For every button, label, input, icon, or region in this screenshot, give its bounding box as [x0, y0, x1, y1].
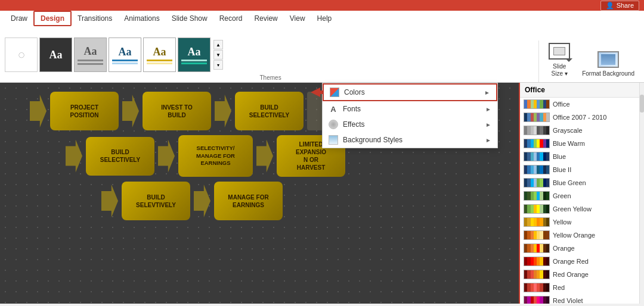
menu-review[interactable]: Review	[248, 12, 283, 25]
menu-record[interactable]: Record	[213, 12, 249, 25]
theme-name-10: Yellow Orange	[553, 232, 595, 239]
theme-name-9: Yellow	[553, 218, 571, 226]
theme-item-14[interactable]: Red	[520, 281, 644, 294]
themes-scroll-down[interactable]: ▼	[213, 50, 223, 60]
theme-item-9[interactable]: Yellow	[520, 216, 644, 229]
dropdown-fonts-item[interactable]: A Fonts ►	[323, 101, 497, 117]
theme-item-15[interactable]: Red Violet	[520, 294, 644, 304]
theme-2[interactable]: Aa	[74, 38, 107, 72]
fonts-label: Fonts	[343, 105, 485, 113]
menu-design[interactable]: Design	[33, 11, 72, 26]
theme-name-12: Orange Red	[553, 258, 589, 265]
shape-project-position[interactable]: PROJECTPOSITION	[50, 92, 119, 130]
svg-marker-0	[311, 88, 324, 97]
themes-label: Themes	[5, 74, 536, 82]
fonts-arrow: ►	[485, 106, 491, 113]
shape-manage-for-earnings[interactable]: MANAGE FOREARNINGS	[214, 182, 283, 220]
theme-item-7[interactable]: Green	[520, 189, 644, 202]
share-button[interactable]: 👤 Share	[600, 1, 639, 11]
theme-item-11[interactable]: Orange	[520, 242, 644, 255]
theme-item-13[interactable]: Red Orange	[520, 268, 644, 281]
theme-name-1: Office 2007 - 2010	[553, 114, 606, 121]
colors-label: Colors	[344, 88, 484, 96]
swatch-8	[524, 204, 550, 214]
theme-item-5[interactable]: Blue II	[520, 163, 644, 176]
main-area: PROJECTPOSITION INVEST TOBUILD BUILDSELE…	[0, 83, 644, 304]
ribbon: ◯ Aa Aa Aa Aa	[0, 26, 644, 83]
format-background-button[interactable]: Format Background	[577, 49, 639, 80]
background-styles-icon	[329, 135, 338, 145]
theme-item-1[interactable]: Office 2007 - 2010	[520, 111, 644, 124]
swatch-11	[524, 243, 550, 253]
themes-scroll-up[interactable]: ▲	[213, 40, 223, 49]
swatch-9	[524, 217, 550, 227]
theme-blank[interactable]: ◯	[5, 38, 38, 72]
colors-dropdown: Colors ► A Fonts ► Effects ► Background …	[322, 83, 498, 148]
share-label: Share	[617, 2, 634, 9]
swatch-1	[524, 113, 550, 122]
shape-build-selectively-1[interactable]: BUILDSELECTIVELY	[235, 92, 304, 130]
theme-1[interactable]: Aa	[39, 38, 72, 72]
theme-item-10[interactable]: Yellow Orange	[520, 229, 644, 242]
swatch-3	[524, 139, 550, 148]
menu-draw[interactable]: Draw	[5, 12, 33, 25]
theme-name-5: Blue II	[553, 166, 571, 173]
theme-item-3[interactable]: Blue Warm	[520, 137, 644, 150]
effects-label: Effects	[343, 120, 485, 129]
theme-4[interactable]: Aa	[143, 38, 176, 72]
menu-bar: Draw Design Transitions Animations Slide…	[0, 11, 644, 26]
background-styles-label: Background Styles	[343, 136, 485, 144]
effects-arrow: ►	[485, 121, 491, 128]
swatch-13	[524, 270, 550, 279]
shape-selectivity-manage[interactable]: SELECTIVITY/MANAGE FOREARNINGS	[178, 135, 253, 177]
colors-arrow: ►	[484, 89, 490, 96]
swatch-4	[524, 152, 550, 161]
swatch-5	[524, 165, 550, 174]
theme-name-8: Green Yellow	[553, 205, 592, 213]
shape-invest-to-build[interactable]: INVEST TOBUILD	[143, 92, 211, 130]
theme-name-7: Green	[553, 192, 571, 199]
swatch-7	[524, 191, 550, 201]
file-tabs: 👤 Share	[0, 0, 644, 11]
right-panel: Office OfficeOffice 2007 - 2010Grayscale…	[519, 83, 644, 304]
swatch-0	[524, 99, 550, 109]
menu-animations[interactable]: Animations	[118, 12, 165, 25]
theme-name-13: Red Orange	[553, 271, 589, 278]
theme-name-4: Blue	[553, 153, 566, 160]
menu-view[interactable]: View	[284, 12, 311, 25]
background-styles-arrow: ►	[485, 137, 491, 143]
dropdown-background-styles-item[interactable]: Background Styles ►	[323, 132, 497, 148]
dropdown-colors-item[interactable]: Colors ►	[323, 83, 497, 101]
dropdown-effects-item[interactable]: Effects ►	[323, 117, 497, 132]
theme-5[interactable]: Aa	[178, 38, 210, 72]
theme-item-6[interactable]: Blue Green	[520, 176, 644, 189]
theme-name-3: Blue Warm	[553, 140, 585, 147]
scrollbar-thumb[interactable]	[640, 95, 644, 113]
theme-list: OfficeOffice 2007 - 2010GrayscaleBlue Wa…	[520, 98, 644, 304]
swatch-6	[524, 178, 550, 188]
theme-name-11: Orange	[553, 245, 575, 252]
share-icon: 👤	[606, 2, 614, 10]
theme-3[interactable]: Aa	[109, 38, 141, 72]
theme-item-8[interactable]: Green Yellow	[520, 202, 644, 216]
effects-icon	[329, 120, 338, 129]
theme-item-2[interactable]: Grayscale	[520, 124, 644, 137]
theme-name-15: Red Violet	[553, 297, 583, 304]
slide-size-button[interactable]: SlideSize ▾	[544, 40, 575, 80]
menu-slideshow[interactable]: Slide Show	[166, 12, 213, 25]
shape-build-selectively-2[interactable]: BUILDSELECTIVELY	[86, 137, 154, 176]
themes-scroll-more[interactable]: ▾	[213, 60, 223, 70]
colors-icon	[330, 88, 339, 97]
theme-item-12[interactable]: Orange Red	[520, 255, 644, 268]
right-scrollbar[interactable]	[639, 83, 644, 304]
theme-item-0[interactable]: Office	[520, 98, 644, 111]
right-panel-header: Office	[520, 83, 644, 98]
theme-item-4[interactable]: Blue	[520, 150, 644, 163]
swatch-10	[524, 230, 550, 240]
menu-transitions[interactable]: Transitions	[72, 12, 118, 25]
theme-name-2: Grayscale	[553, 127, 583, 134]
shape-build-selevtively[interactable]: BUILDSELEVTIVELY	[122, 182, 190, 220]
menu-help[interactable]: Help	[311, 12, 338, 25]
theme-name-0: Office	[553, 101, 570, 108]
arrow-indicator	[311, 88, 324, 99]
